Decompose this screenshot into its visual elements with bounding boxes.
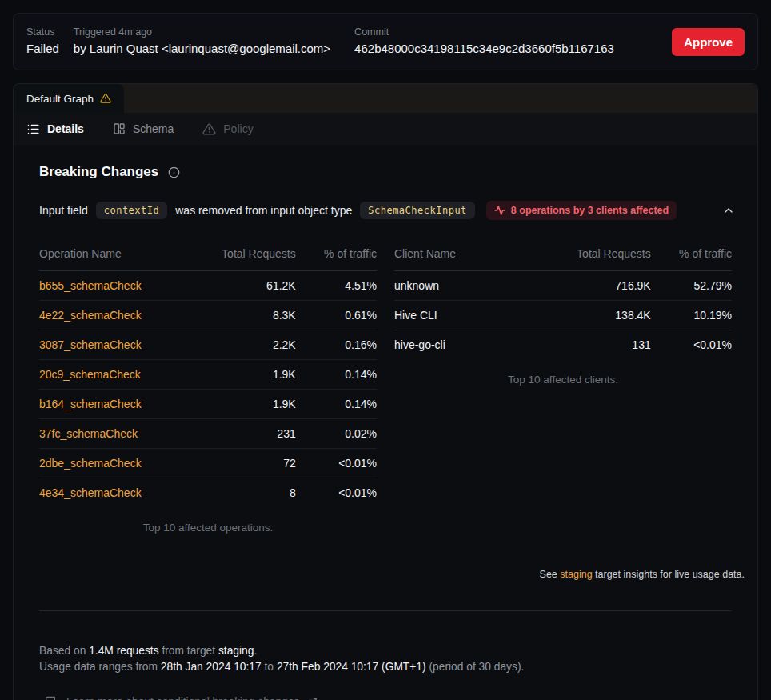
- operation-link[interactable]: 3087_schemaCheck: [39, 338, 142, 351]
- book-icon: [44, 696, 57, 700]
- operation-requests: 231: [194, 419, 296, 449]
- target-name: staging: [218, 645, 254, 657]
- operation-requests: 61.2K: [194, 271, 296, 301]
- type-code-badge: SchemaCheckInput: [360, 202, 475, 219]
- operation-traffic: 0.61%: [296, 301, 377, 330]
- table-row: hive-go-cli 131 <0.01%: [394, 330, 732, 360]
- operation-traffic: 0.02%: [296, 419, 377, 449]
- staging-target-link[interactable]: staging: [560, 569, 592, 580]
- footer-line-2: Usage data ranges from 28th Jan 2024 10:…: [39, 659, 745, 675]
- page-title: Breaking Changes: [39, 164, 158, 180]
- operation-link[interactable]: 20c9_schemaCheck: [39, 368, 141, 381]
- check-subnav: Details Schema Policy: [14, 113, 757, 145]
- status-value: Failed: [26, 42, 59, 56]
- operation-traffic: 0.14%: [296, 360, 377, 390]
- graph-tabstrip: Default Graph: [14, 84, 757, 113]
- operation-traffic: 0.14%: [296, 390, 377, 419]
- graph-tab-label: Default Graph: [26, 93, 94, 105]
- table-row: unknown 716.9K 52.79%: [394, 271, 732, 301]
- operation-requests: 2.2K: [194, 330, 296, 360]
- field-code-badge: contextId: [96, 202, 168, 219]
- operation-requests: 1.9K: [194, 390, 296, 419]
- commit-label: Commit: [354, 27, 614, 38]
- tab-details-label: Details: [47, 122, 84, 135]
- tab-schema-label: Schema: [133, 122, 174, 135]
- tab-policy-label: Policy: [223, 122, 253, 135]
- client-traffic: 52.79%: [651, 271, 732, 301]
- clients-table-body: unknown 716.9K 52.79% Hive CLI 138.4K 10…: [394, 271, 732, 360]
- table-row: b655_schemaCheck 61.2K 4.51%: [39, 271, 377, 301]
- col-total-requests: Total Requests: [194, 238, 296, 271]
- triggered-group: Triggered 4m ago by Laurin Quast <laurin…: [74, 27, 330, 56]
- operation-link[interactable]: b655_schemaCheck: [39, 279, 142, 292]
- table-row: 3087_schemaCheck 2.2K 0.16%: [39, 330, 377, 360]
- tab-schema[interactable]: Schema: [113, 122, 174, 135]
- affected-badge-label: 8 operations by 3 clients affected: [511, 205, 669, 216]
- check-panel: Default Graph Details Schema Policy: [13, 83, 758, 700]
- commit-value: 462b48000c34198115c34e9c2d3660f5b1167163: [354, 42, 614, 56]
- learn-more-label: Learn more about conditional breaking ch…: [66, 694, 302, 700]
- pulse-icon: [494, 205, 505, 216]
- approve-button[interactable]: Approve: [672, 28, 745, 56]
- operation-link[interactable]: 2dbe_schemaCheck: [39, 457, 142, 470]
- table-row: 4e22_schemaCheck 8.3K 0.61%: [39, 301, 377, 330]
- operation-requests: 72: [194, 449, 296, 478]
- operations-caption: Top 10 affected operations.: [39, 507, 377, 542]
- operation-link[interactable]: b164_schemaCheck: [39, 398, 142, 410]
- chevron-up-icon[interactable]: [722, 204, 735, 217]
- insights-note-post: target insights for live usage data.: [595, 569, 745, 580]
- alert-triangle-icon: [202, 122, 216, 136]
- operation-traffic: <0.01%: [296, 478, 377, 508]
- status-bar: Status Failed Triggered 4m ago by Laurin…: [13, 13, 758, 70]
- col-traffic: % of traffic: [296, 238, 377, 271]
- commit-group: Commit 462b48000c34198115c34e9c2d3660f5b…: [354, 27, 614, 56]
- col-operation-name: Operation Name: [39, 238, 194, 271]
- operation-requests: 1.9K: [194, 360, 296, 390]
- footer-line-1: Based on 1.4M requests from target stagi…: [39, 643, 745, 659]
- operations-table: Operation Name Total Requests % of traff…: [39, 238, 377, 507]
- client-name: hive-go-cli: [394, 330, 549, 360]
- table-row: 4e34_schemaCheck 8 <0.01%: [39, 478, 377, 508]
- external-link-icon: [307, 698, 318, 700]
- tab-details[interactable]: Details: [26, 122, 84, 136]
- operation-requests: 8: [194, 478, 296, 508]
- insights-note: See staging target insights for live usa…: [26, 569, 745, 580]
- triggered-value: by Laurin Quast <laurinquast@googlemail.…: [74, 42, 330, 56]
- table-row: 20c9_schemaCheck 1.9K 0.14%: [39, 360, 377, 390]
- info-icon[interactable]: [168, 166, 180, 178]
- operations-header-row: Operation Name Total Requests % of traff…: [39, 238, 377, 271]
- table-row: b164_schemaCheck 1.9K 0.14%: [39, 390, 377, 419]
- operation-requests: 8.3K: [194, 301, 296, 330]
- operations-table-body: b655_schemaCheck 61.2K 4.51% 4e22_schema…: [39, 271, 377, 508]
- client-requests: 131: [549, 330, 651, 360]
- operation-link[interactable]: 37fc_schemaCheck: [39, 427, 138, 440]
- client-requests: 138.4K: [549, 301, 651, 330]
- status-label: Status: [26, 27, 59, 38]
- warning-triangle-icon: [100, 93, 111, 104]
- range-start: 28th Jan 2024 10:17: [161, 661, 262, 673]
- columns-icon: [113, 122, 126, 135]
- table-row: Hive CLI 138.4K 10.19%: [394, 301, 732, 330]
- breaking-changes-heading: Breaking Changes: [39, 164, 745, 180]
- affected-operations-badge[interactable]: 8 operations by 3 clients affected: [486, 201, 677, 220]
- learn-more-link[interactable]: Learn more about conditional breaking ch…: [44, 694, 745, 700]
- operation-link[interactable]: 4e22_schemaCheck: [39, 309, 142, 322]
- clients-caption: Top 10 affected clients.: [394, 359, 732, 394]
- col-total-requests: Total Requests: [549, 238, 651, 271]
- tab-policy[interactable]: Policy: [202, 122, 253, 136]
- tab-default-graph[interactable]: Default Graph: [14, 84, 124, 113]
- change-text-middle: was removed from input object type: [175, 204, 352, 217]
- col-client-name: Client Name: [394, 238, 549, 271]
- change-text-prefix: Input field: [39, 204, 88, 217]
- client-traffic: <0.01%: [651, 330, 732, 360]
- operation-traffic: <0.01%: [296, 449, 377, 478]
- triggered-label: Triggered 4m ago: [74, 27, 330, 38]
- requests-count: 1.4M requests: [89, 645, 158, 657]
- breaking-change-row[interactable]: Input field contextId was removed from i…: [39, 201, 745, 220]
- operation-traffic: 4.51%: [296, 271, 377, 301]
- insights-note-pre: See: [540, 569, 557, 580]
- operations-table-wrap: Operation Name Total Requests % of traff…: [39, 238, 377, 542]
- status-group: Status Failed: [26, 27, 59, 56]
- operation-link[interactable]: 4e34_schemaCheck: [39, 486, 142, 499]
- operation-traffic: 0.16%: [296, 330, 377, 360]
